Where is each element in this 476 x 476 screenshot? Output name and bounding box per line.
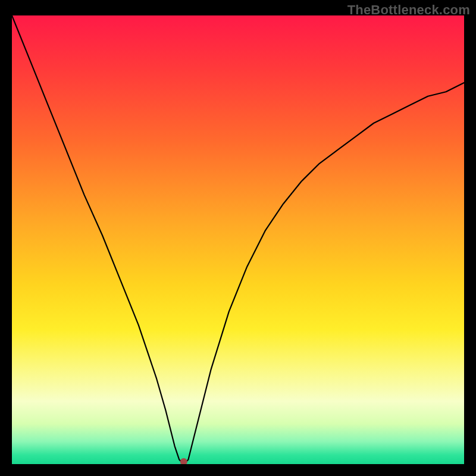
chart-container: TheBottleneck.com [0, 0, 476, 476]
watermark-text: TheBottleneck.com [347, 2, 470, 18]
plot-area [12, 15, 464, 464]
bottleneck-curve [12, 15, 464, 464]
optimal-point-marker [180, 458, 187, 464]
